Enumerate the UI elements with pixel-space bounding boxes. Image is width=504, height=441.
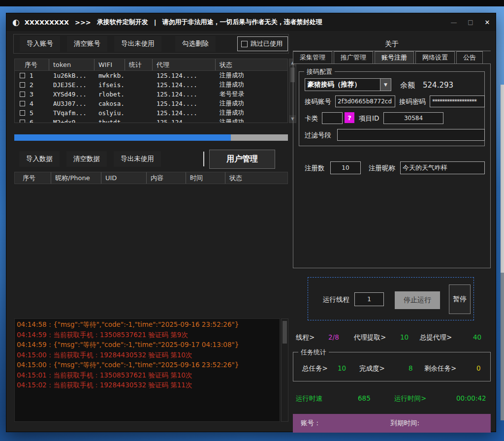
card-type-input[interactable]	[322, 112, 343, 124]
done-value: 8	[409, 364, 413, 372]
pause-button[interactable]: 暂停	[449, 284, 471, 314]
tab-about[interactable]: 关于	[293, 40, 491, 51]
title-service: 承接软件定制开发	[97, 18, 148, 27]
row-checkbox[interactable]	[20, 101, 25, 106]
export-unused-button[interactable]: 导出未使用	[114, 36, 161, 52]
sms-account-input[interactable]	[335, 95, 395, 107]
run-thread-input[interactable]	[354, 292, 384, 306]
skip-used-checkbox[interactable]	[241, 41, 248, 47]
col-header[interactable]: 昵称/Phone	[51, 172, 101, 184]
row-checkbox[interactable]	[20, 110, 25, 116]
col-header[interactable]: 序号	[15, 172, 51, 184]
row-no: 3	[30, 91, 33, 98]
window-title: XXXXXXXXX	[25, 19, 69, 26]
row-no: 2	[30, 81, 33, 89]
skip-used-container: 跳过已使用	[237, 36, 288, 51]
accounts-toolbar: 导入账号 清空账号 导出未使用 勾选删除 跳过已使用	[13, 34, 289, 54]
col-header[interactable]: 统计	[125, 59, 153, 70]
cell-status: 注册成功	[216, 109, 287, 117]
user-management-button[interactable]: 用户管理	[209, 150, 275, 169]
log-line: 04:14:59：当前获取手机：13508537621 验证码 第9次	[17, 330, 278, 340]
register-count-input[interactable]	[330, 161, 361, 174]
tab-collect[interactable]: 采集管理	[293, 51, 332, 64]
remain-label: 剩余任务>	[424, 364, 456, 373]
accounts-table-body: 1 1u26kB... mwkrkb... 125.124.... 注册成功 2…	[14, 71, 288, 123]
log-scroll-thumb[interactable]	[283, 321, 287, 344]
cell-token: DJEJSE...	[49, 81, 94, 89]
tab-notice[interactable]: 公告	[456, 51, 483, 64]
cell-status: 老号登录	[216, 90, 287, 98]
cell-status: 注册成功	[216, 99, 287, 108]
col-header[interactable]: 状态	[216, 59, 287, 70]
log-line: 04:14:58：{"msg":"等待","code":-1,"time":"2…	[17, 319, 278, 330]
license-footer: 账号： 到期时间:	[293, 414, 491, 433]
stop-run-button[interactable]: 停止运行	[395, 291, 440, 309]
thread-stat-value: 2/8	[328, 333, 339, 341]
col-header[interactable]: token	[49, 59, 94, 70]
export-unused-data-button[interactable]: 导出未使用	[114, 151, 161, 167]
run-time-value: 00:00:42	[456, 394, 486, 402]
tab-register[interactable]: 账号注册	[375, 51, 414, 64]
cell-status: 注册成功	[216, 81, 287, 89]
help-button[interactable]: ?	[345, 112, 354, 123]
project-id-label: 项目ID	[359, 114, 379, 123]
log-line: 04:15:00：当前获取手机：19284430532 验证码 第10次	[17, 350, 278, 360]
col-header[interactable]: 时间	[186, 172, 225, 184]
row-checkbox[interactable]	[20, 120, 25, 123]
col-header[interactable]: WIFI	[94, 59, 125, 70]
data-toolbar: 导入数据 清空数据 导出未使用 用户管理	[13, 148, 289, 170]
register-nick-label: 注册昵称	[369, 164, 395, 173]
row-checkbox[interactable]	[20, 82, 25, 88]
table-row[interactable]: 4 AU3J07... cakosa... 125.124.... 注册成功	[15, 99, 287, 108]
title-arrows: >>>	[75, 19, 91, 26]
table-row[interactable]: 3 XYSd49... rlobet... 125.124.... 老号登录	[15, 90, 287, 99]
register-count-label: 注册数	[305, 164, 325, 173]
horizontal-scroll-thumb[interactable]	[14, 134, 231, 141]
close-button[interactable]: ✕	[479, 13, 496, 31]
app-window: ◐ XXXXXXXXX >>> 承接软件定制开发 | 请勿用于非法用途，一切后果…	[6, 13, 496, 432]
import-accounts-button[interactable]: 导入账号	[20, 36, 60, 52]
tab-promote[interactable]: 推广管理	[334, 51, 373, 64]
minimize-button[interactable]: —	[445, 13, 462, 31]
background-window-edge-2	[501, 273, 504, 420]
row-checkbox[interactable]	[20, 73, 25, 78]
filter-segment-input[interactable]	[337, 129, 485, 141]
cell-token: XYSd49...	[49, 91, 94, 98]
col-header[interactable]: 代理	[153, 59, 216, 70]
maximize-button[interactable]: □	[462, 13, 479, 31]
background-window-strip	[0, 0, 504, 6]
check-delete-button[interactable]: 勾选删除	[175, 36, 216, 52]
log-scrollbar[interactable]	[281, 318, 288, 422]
cell-token: AU3J07...	[49, 100, 94, 107]
col-header[interactable]: 状态	[225, 172, 287, 184]
cell-status: 注册成功	[216, 71, 287, 80]
tab-network[interactable]: 网络设置	[415, 51, 455, 64]
cell-proxy: 125.124....	[153, 72, 216, 79]
import-data-button[interactable]: 导入数据	[19, 151, 60, 167]
table-row[interactable]: 5 TVqafm... oslyiu... 125.124.... 注册成功	[15, 108, 287, 118]
table-row[interactable]: 6 M2+dx9... thutdt... 125.124... 注册成功	[15, 118, 287, 123]
clear-data-button[interactable]: 清空数据	[66, 151, 107, 167]
register-nick-input[interactable]	[400, 161, 485, 174]
col-header[interactable]: 内容	[147, 172, 186, 184]
sms-password-input[interactable]	[430, 95, 485, 107]
row-no: 4	[30, 100, 33, 107]
run-controls-box: 运行线程 停止运行 暂停	[308, 277, 474, 320]
col-header[interactable]: UID	[101, 172, 147, 184]
clear-accounts-button[interactable]: 清空账号	[67, 36, 107, 52]
project-id-input[interactable]	[383, 112, 443, 124]
col-header[interactable]: 序号	[15, 59, 49, 70]
chevron-down-icon[interactable]: ▼	[380, 79, 391, 91]
row-checkbox[interactable]	[20, 92, 25, 97]
run-time-label: 运行时间>	[394, 394, 426, 403]
sms-config-title: 接码配置	[304, 67, 335, 76]
log-area[interactable]: 04:14:58：{"msg":"等待","code":-1,"time":"2…	[14, 318, 280, 422]
total-tasks-value: 10	[338, 364, 346, 372]
table-row[interactable]: 2 DJEJSE... ifseis... 125.124.... 注册成功	[15, 80, 287, 90]
sms-password-label: 接码密码	[399, 97, 426, 106]
sms-provider-select[interactable]: 豪猪接码（推荐） ▼	[305, 78, 391, 91]
cell-proxy: 125.124....	[153, 109, 216, 117]
horizontal-scrollbar[interactable]	[14, 134, 288, 141]
table-row[interactable]: 1 1u26kB... mwkrkb... 125.124.... 注册成功	[15, 71, 287, 80]
cell-wifi: cakosa...	[94, 100, 125, 107]
